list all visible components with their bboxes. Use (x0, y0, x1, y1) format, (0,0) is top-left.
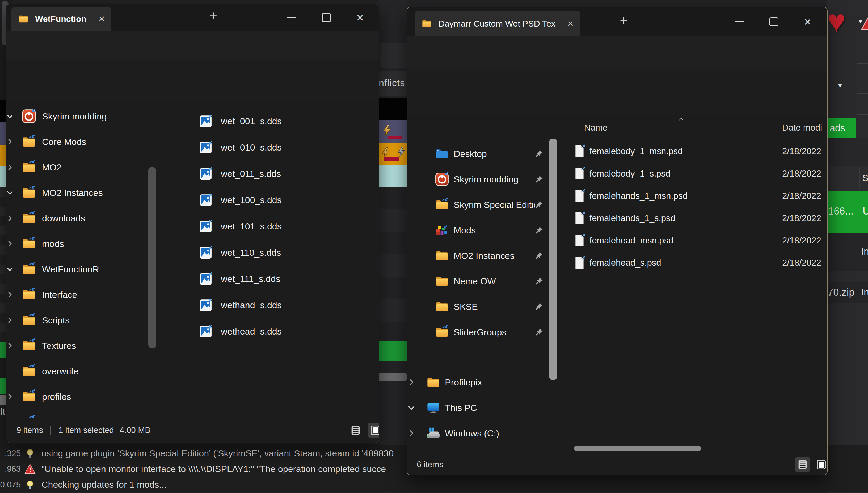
tree-scrollbar[interactable] (148, 167, 156, 348)
file-row[interactable]: wet_010_s.dds (165, 134, 379, 160)
tab-wetfunction[interactable]: WetFunction × (11, 7, 112, 31)
sidebar-tree-item[interactable]: Windows (C:) (407, 421, 556, 446)
file-row[interactable]: femalebody_1_msn.psd 2/18/2022 (556, 140, 827, 163)
endorse-heart-icon[interactable]: ♥ (827, 4, 859, 38)
file-row[interactable]: wet_100_s.dds (165, 187, 379, 213)
sidebar-item[interactable]: Mods (407, 217, 556, 243)
mo2-conflicts-tab[interactable]: nflicts (379, 71, 407, 95)
large-icons-view-button[interactable] (814, 457, 828, 472)
file-row[interactable]: wet_001_s.dds (165, 108, 379, 134)
tree-item[interactable]: MO2 (6, 154, 165, 180)
tree-item[interactable]: downloads (6, 206, 165, 231)
mo2-horizontal-scrollbar[interactable] (379, 373, 407, 381)
mo2-downloads-tab[interactable]: ads (827, 118, 856, 138)
file-name: femalebody_1_s.psd (589, 169, 670, 179)
tree-chevron-icon[interactable] (407, 404, 416, 412)
large-icons-view-icon (815, 458, 827, 471)
mo2-download-row[interactable]: In (827, 233, 868, 271)
tab-title: Daymarr Custom Wet PSD Tex (439, 19, 556, 29)
new-tab-button[interactable]: + (209, 9, 217, 23)
tree-item[interactable]: WetFunctionR (6, 256, 165, 282)
tree-chevron-icon[interactable] (6, 112, 14, 120)
tree-chevron-icon[interactable] (6, 367, 14, 375)
mo2-download-row[interactable]: 70.zip In (827, 282, 868, 303)
column-header-name[interactable]: Name (584, 123, 608, 133)
file-row[interactable]: femalehands_1_msn.psd 2/18/2022 (556, 185, 827, 207)
sidebar-tree-item[interactable]: Profilepix (407, 369, 556, 395)
tree-item[interactable]: Skyrim modding (6, 104, 165, 129)
tree-item[interactable]: mods (6, 231, 165, 256)
sidebar-item[interactable]: SliderGroups (407, 319, 556, 345)
column-separator[interactable] (777, 119, 778, 136)
large-icons-view-button[interactable] (368, 423, 379, 438)
log-level-icon (24, 479, 36, 490)
sidebar-item[interactable]: Neme OW (407, 269, 556, 294)
minimize-button[interactable] (735, 21, 744, 22)
tree-item[interactable]: MO2 Instances (6, 180, 165, 206)
tab-title: WetFunction (35, 14, 86, 24)
file-row[interactable]: wet_111_s.dds (165, 266, 379, 292)
tree-chevron-icon[interactable] (6, 265, 14, 273)
sidebar-tree-item[interactable]: This PC (407, 395, 556, 421)
close-button[interactable]: × (357, 12, 364, 24)
mo2-open-folder-button[interactable] (380, 43, 407, 68)
tree-item[interactable] (6, 409, 165, 418)
file-row[interactable]: femalehead_s.psd 2/18/2022 (556, 252, 827, 274)
tree-chevron-icon[interactable] (6, 163, 14, 171)
minimize-button[interactable] (287, 17, 296, 18)
tree-item[interactable]: Textures (6, 333, 165, 358)
tree-chevron-icon[interactable] (407, 429, 416, 437)
details-view-button[interactable] (795, 457, 810, 472)
tree-chevron-icon[interactable] (6, 240, 14, 248)
file-row[interactable]: wet_110_s.dds (165, 239, 379, 266)
file-row[interactable]: wet_011_s.dds (165, 160, 379, 187)
tree-chevron-icon[interactable] (6, 316, 14, 324)
notification-warning-icon[interactable] (861, 10, 868, 32)
file-date-modified: 2/18/2022 (782, 146, 821, 156)
sidebar-item[interactable]: Skyrim Special Editio (407, 192, 556, 217)
tree-chevron-icon[interactable] (6, 189, 14, 197)
tree-chevron-icon[interactable] (6, 393, 14, 401)
column-header-date-modified[interactable]: Date modi (782, 123, 822, 133)
log-level-icon (24, 448, 36, 459)
new-tab-button[interactable]: + (620, 14, 628, 27)
tree-chevron-icon[interactable] (6, 291, 14, 299)
horizontal-scrollbar[interactable] (574, 446, 701, 451)
file-row[interactable]: wethand_s.dds (165, 292, 379, 318)
tree-item[interactable]: profiles (6, 384, 165, 409)
sidebar-item[interactable]: SKSE (407, 294, 556, 319)
tree-chevron-icon[interactable] (6, 138, 14, 146)
file-row[interactable]: femalebody_1_s.psd 2/18/2022 (556, 163, 827, 185)
sidebar-item[interactable]: Desktop (407, 141, 556, 167)
mo2-download-row-update[interactable]: 166... U (827, 191, 868, 233)
tree-folder-icon (22, 415, 36, 418)
tree-item-label: Skyrim modding (42, 111, 107, 122)
tree-item[interactable]: Interface (6, 282, 165, 307)
file-row[interactable]: femalehands_1_s.psd 2/18/2022 (556, 207, 827, 229)
maximize-button[interactable] (322, 13, 331, 22)
tab-close-icon[interactable]: × (99, 14, 104, 24)
file-row[interactable]: wethead_s.dds (165, 318, 379, 345)
tree-item[interactable]: Scripts (6, 307, 165, 333)
file-row[interactable]: femalehead_msn.psd 2/18/2022 (556, 229, 827, 252)
file-row[interactable]: wet_101_s.dds (165, 213, 379, 239)
tree-chevron-icon[interactable] (6, 342, 14, 350)
explorer-window-daymarr: Daymarr Custom Wet PSD Tex × + × › ••• D… (407, 7, 828, 475)
tree-item[interactable]: overwrite (6, 358, 165, 384)
tab-close-icon[interactable]: × (568, 19, 573, 29)
log-entry[interactable]: 0.075 Checking updates for 1 mods... (0, 477, 868, 492)
tree-chevron-icon[interactable] (6, 214, 14, 222)
tree-chevron-icon[interactable] (407, 378, 416, 387)
close-button[interactable]: × (804, 16, 811, 28)
file-name: wet_110_s.dds (221, 248, 281, 258)
tree-item[interactable]: Core Mods (6, 129, 165, 154)
details-view-button[interactable] (348, 423, 363, 438)
tab-daymarr[interactable]: Daymarr Custom Wet PSD Tex × (415, 11, 581, 36)
sidebar-item[interactable]: Skyrim modding (407, 167, 556, 192)
item-count: 6 items (417, 460, 443, 469)
mo2-dropdown-box[interactable]: ▼ (827, 69, 853, 102)
maximize-button[interactable] (769, 17, 779, 26)
sidebar-item-icon (435, 249, 449, 262)
sidebar-item[interactable]: MO2 Instances (407, 243, 556, 269)
tree-item-label: Interface (42, 290, 77, 300)
